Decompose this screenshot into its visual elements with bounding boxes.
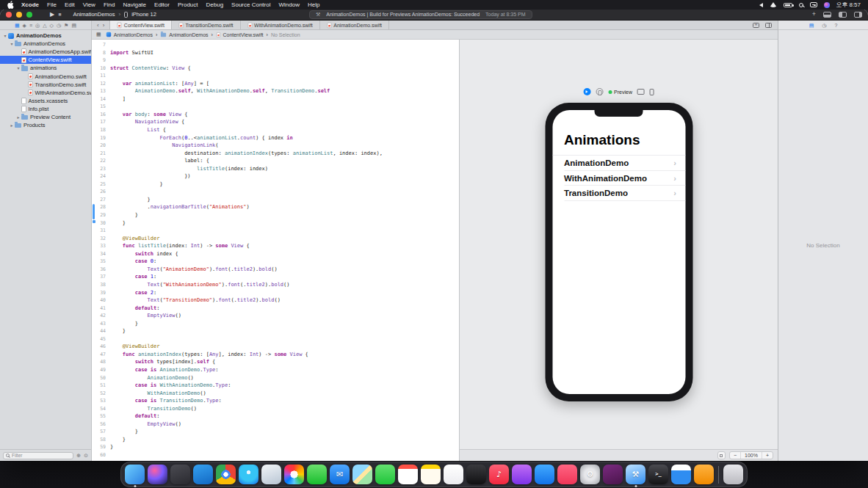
spotlight-icon[interactable] [799,3,803,7]
disclosure-closed-icon[interactable]: ▸ [15,114,21,120]
dock-icon-simulator[interactable] [261,465,281,484]
dock-icon-finder[interactable] [125,465,145,484]
dock-icon-facetime[interactable] [375,465,395,484]
navigator-row[interactable]: Info.plist [0,105,91,113]
navigator-row[interactable]: TransitionDemo.swift [0,81,91,89]
dock-icon-slack[interactable] [603,465,623,484]
source-control-navigator-tab[interactable]: ◈ [23,23,26,28]
dock-icon-reminders[interactable] [444,465,463,484]
preview-device-settings-button[interactable] [650,89,654,95]
menu-view[interactable]: View [83,1,95,8]
dock-icon-music[interactable]: ♪ [489,465,509,484]
dock-icon-podcasts[interactable] [512,465,532,484]
disclosure-closed-icon[interactable]: ▸ [9,123,15,128]
find-navigator-tab[interactable]: ◎ [35,23,40,28]
stop-button[interactable]: ■ [58,12,61,17]
navigator-row[interactable]: ▸Preview Content [0,113,91,121]
dock-icon-news[interactable] [557,465,577,484]
inspect-preview-button[interactable] [637,89,645,95]
preview-on-device-button[interactable] [596,88,603,95]
menu-help[interactable]: Help [308,1,319,8]
breadcrumb-item[interactable]: No Selection [271,32,300,37]
close-window-button[interactable] [6,12,12,18]
inspector-toggle-button[interactable] [854,12,862,18]
menu-navigate[interactable]: Navigate [123,1,146,8]
project-navigator-tab[interactable]: ▦ [15,23,20,28]
dock-icon-vscode[interactable] [193,465,213,484]
breadcrumb-item[interactable]: AnimationDemos [106,32,153,37]
minimize-window-button[interactable] [16,12,22,18]
dock-icon-pages[interactable] [694,465,714,484]
preview-list-row-transitiondemo[interactable]: TransitionDemo› [552,186,685,201]
debug-area-toggle-button[interactable] [823,12,831,18]
breadcrumb-item[interactable]: AnimationDemos [160,32,208,37]
back-button[interactable]: ‹ [97,22,99,29]
dock-icon-system-preferences[interactable]: ⚙ [580,465,600,484]
dock-icon-notes[interactable] [421,465,441,484]
menu-product[interactable]: Product [178,1,198,8]
library-button[interactable]: + [812,11,816,18]
tab-transitiondemo-swift[interactable]: TransitionDemo.swift [172,21,241,29]
siri-icon[interactable] [824,2,830,8]
dock-icon-siri[interactable] [148,465,167,484]
battery-icon[interactable] [784,3,792,7]
preview-list-row-animationdemo[interactable]: AnimationDemo› [552,156,685,171]
filter-input[interactable]: Filter [3,452,73,459]
menu-debug[interactable]: Debug [206,1,224,8]
dock-icon-app-store[interactable] [535,465,554,484]
add-editor-button[interactable] [753,23,759,28]
dock-icon-messages[interactable] [307,465,327,484]
disclosure-open-icon[interactable]: ▾ [9,41,15,46]
dock-icon-keynote[interactable] [671,465,691,484]
run-button[interactable]: ▶ [50,12,54,18]
scheme-selector[interactable]: AnimationDemos › iPhone 12 [73,11,156,18]
menu-file[interactable]: File [47,1,57,8]
quick-help-inspector-tab[interactable]: ? [834,23,837,28]
menu-clock[interactable]: 오후 8:57 [836,1,861,9]
menu-xcode[interactable]: Xcode [21,1,39,8]
control-center-icon[interactable] [810,2,817,7]
navigator-row[interactable]: ▾AnimationDemos [0,32,91,40]
dock-icon-calendar[interactable] [398,465,418,484]
menu-edit[interactable]: Edit [65,1,75,8]
report-navigator-tab[interactable]: ▤ [71,23,76,28]
navigator-row[interactable]: WithAnimationDemo.swift [0,89,91,97]
zoom-to-fit-button[interactable] [717,451,726,459]
dock-icon-chrome[interactable] [216,465,236,484]
navigator-row[interactable]: ContentView.swift [0,56,91,64]
disclosure-open-icon[interactable]: ▾ [2,33,8,38]
dock-icon-terminal[interactable]: >_ [648,465,668,484]
menu-editor[interactable]: Editor [154,1,170,8]
forward-button[interactable]: › [103,22,105,29]
volume-icon[interactable] [759,3,763,7]
symbol-navigator-tab[interactable]: ≡ [29,23,32,28]
tab-animationdemo-swift[interactable]: AnimationDemo.swift [320,21,389,29]
file-inspector-tab[interactable]: ▤ [809,23,814,28]
navigator-row[interactable]: ▾AnimationDemos [0,40,91,48]
zoom-window-button[interactable] [26,12,32,18]
menu-find[interactable]: Find [104,1,115,8]
menu-window[interactable]: Window [278,1,299,8]
dock-icon-mail[interactable]: ✉ [330,465,350,484]
code-editor[interactable]: 78import SwiftUI910struct ContentView: V… [92,40,459,461]
menu-source-control[interactable]: Source Control [231,1,270,8]
navigator-toggle-button[interactable] [839,12,847,18]
add-file-button[interactable]: ⊕ [76,453,81,458]
dock-icon-xcode[interactable]: ⚒ [626,465,645,484]
dock-icon-maps[interactable] [352,465,372,484]
tab-withanimationdemo-swift[interactable]: WithAnimationDemo.swift [241,21,320,29]
dock-icon-photos[interactable] [284,465,304,484]
wifi-icon[interactable] [770,2,777,7]
dock-icon-tv[interactable] [466,465,486,484]
issue-navigator-tab[interactable]: △ [43,23,46,28]
breakpoint-navigator-tab[interactable]: ⚑ [64,23,68,28]
history-inspector-tab[interactable]: ◷ [822,23,826,28]
navigator-row[interactable]: Assets.xcassets [0,97,91,105]
preview-list-row-withanimationdemo[interactable]: WithAnimationDemo› [552,171,685,186]
apple-menu-icon[interactable] [7,1,14,9]
test-navigator-tab[interactable]: ◇ [50,23,54,28]
split-editor-button[interactable] [765,23,772,28]
breadcrumb-item[interactable]: ContentView.swift [216,32,264,38]
dock-icon-safari[interactable] [239,465,258,484]
dock-icon-trash[interactable] [723,465,743,484]
